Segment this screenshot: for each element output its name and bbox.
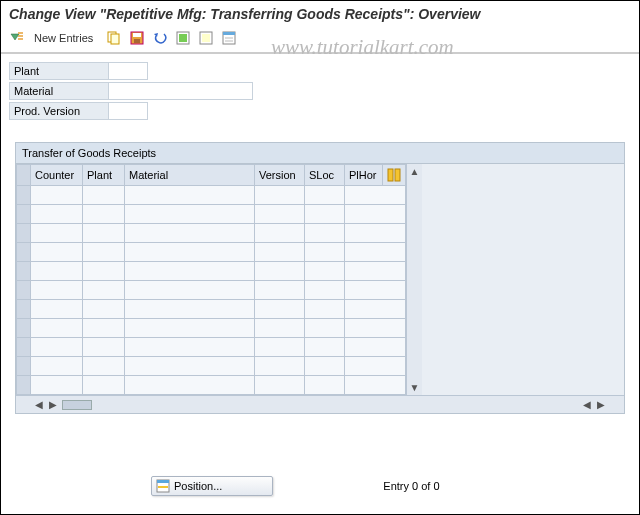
- configure-columns-icon[interactable]: [383, 165, 406, 186]
- cell-plhor[interactable]: [345, 338, 406, 357]
- cell-counter[interactable]: [31, 224, 83, 243]
- cell-version[interactable]: [255, 186, 305, 205]
- row-selector[interactable]: [17, 243, 31, 262]
- cell-material[interactable]: [125, 224, 255, 243]
- table-row[interactable]: [17, 262, 406, 281]
- scroll-thumb[interactable]: [62, 400, 92, 410]
- cell-material[interactable]: [125, 243, 255, 262]
- cell-version[interactable]: [255, 262, 305, 281]
- cell-plhor[interactable]: [345, 357, 406, 376]
- cell-sloc[interactable]: [305, 243, 345, 262]
- table-row[interactable]: [17, 186, 406, 205]
- cell-counter[interactable]: [31, 205, 83, 224]
- cell-plant[interactable]: [83, 186, 125, 205]
- cell-plhor[interactable]: [345, 319, 406, 338]
- scroll-right-last-icon[interactable]: ▶: [594, 399, 608, 410]
- row-selector[interactable]: [17, 262, 31, 281]
- cell-material[interactable]: [125, 205, 255, 224]
- cell-version[interactable]: [255, 281, 305, 300]
- scroll-right-icon[interactable]: ◀: [580, 399, 594, 410]
- cell-material[interactable]: [125, 300, 255, 319]
- cell-plant[interactable]: [83, 376, 125, 395]
- col-material[interactable]: Material: [125, 165, 255, 186]
- cell-material[interactable]: [125, 186, 255, 205]
- horizontal-scrollbar[interactable]: ◀ ▶ ◀ ▶: [16, 395, 624, 413]
- row-selector[interactable]: [17, 319, 31, 338]
- cell-plhor[interactable]: [345, 186, 406, 205]
- table-row[interactable]: [17, 357, 406, 376]
- cell-sloc[interactable]: [305, 300, 345, 319]
- material-input[interactable]: [108, 82, 253, 100]
- cell-material[interactable]: [125, 376, 255, 395]
- cell-sloc[interactable]: [305, 338, 345, 357]
- row-selector[interactable]: [17, 376, 31, 395]
- cell-counter[interactable]: [31, 186, 83, 205]
- prodver-input[interactable]: [108, 102, 148, 120]
- cell-plant[interactable]: [83, 300, 125, 319]
- cell-plant[interactable]: [83, 281, 125, 300]
- rowselect-header[interactable]: [17, 165, 31, 186]
- cell-plant[interactable]: [83, 243, 125, 262]
- cell-plant[interactable]: [83, 357, 125, 376]
- row-selector[interactable]: [17, 338, 31, 357]
- cell-version[interactable]: [255, 300, 305, 319]
- new-entries-button[interactable]: New Entries: [30, 32, 101, 44]
- cell-plhor[interactable]: [345, 205, 406, 224]
- col-counter[interactable]: Counter: [31, 165, 83, 186]
- row-selector[interactable]: [17, 205, 31, 224]
- cell-version[interactable]: [255, 224, 305, 243]
- cell-sloc[interactable]: [305, 186, 345, 205]
- cell-material[interactable]: [125, 281, 255, 300]
- cell-counter[interactable]: [31, 262, 83, 281]
- cell-counter[interactable]: [31, 319, 83, 338]
- position-button[interactable]: Position...: [151, 476, 273, 496]
- col-plhor[interactable]: PlHor: [345, 165, 383, 186]
- select-all-icon[interactable]: [173, 28, 193, 48]
- table-row[interactable]: [17, 376, 406, 395]
- copy-icon[interactable]: [104, 28, 124, 48]
- table-settings-icon[interactable]: [219, 28, 239, 48]
- cell-counter[interactable]: [31, 338, 83, 357]
- table-row[interactable]: [17, 281, 406, 300]
- cell-plant[interactable]: [83, 224, 125, 243]
- scroll-left-icon[interactable]: ▶: [46, 399, 60, 410]
- undo-icon[interactable]: [150, 28, 170, 48]
- cell-plhor[interactable]: [345, 243, 406, 262]
- col-plant[interactable]: Plant: [83, 165, 125, 186]
- col-version[interactable]: Version: [255, 165, 305, 186]
- toggle-icon[interactable]: [7, 28, 27, 48]
- cell-plant[interactable]: [83, 319, 125, 338]
- row-selector[interactable]: [17, 281, 31, 300]
- cell-plant[interactable]: [83, 205, 125, 224]
- data-grid[interactable]: Counter Plant Material Version SLoc PlHo…: [16, 164, 406, 395]
- cell-version[interactable]: [255, 376, 305, 395]
- cell-version[interactable]: [255, 319, 305, 338]
- plant-input[interactable]: [108, 62, 148, 80]
- cell-version[interactable]: [255, 357, 305, 376]
- scroll-down-icon[interactable]: ▼: [408, 382, 422, 393]
- cell-counter[interactable]: [31, 243, 83, 262]
- row-selector[interactable]: [17, 186, 31, 205]
- cell-version[interactable]: [255, 338, 305, 357]
- cell-sloc[interactable]: [305, 281, 345, 300]
- table-row[interactable]: [17, 319, 406, 338]
- table-row[interactable]: [17, 338, 406, 357]
- cell-sloc[interactable]: [305, 376, 345, 395]
- cell-material[interactable]: [125, 338, 255, 357]
- cell-material[interactable]: [125, 262, 255, 281]
- cell-version[interactable]: [255, 205, 305, 224]
- cell-plhor[interactable]: [345, 224, 406, 243]
- save-icon[interactable]: [127, 28, 147, 48]
- table-row[interactable]: [17, 243, 406, 262]
- cell-counter[interactable]: [31, 376, 83, 395]
- cell-sloc[interactable]: [305, 224, 345, 243]
- table-row[interactable]: [17, 205, 406, 224]
- cell-plhor[interactable]: [345, 262, 406, 281]
- cell-sloc[interactable]: [305, 262, 345, 281]
- cell-counter[interactable]: [31, 357, 83, 376]
- table-row[interactable]: [17, 300, 406, 319]
- cell-sloc[interactable]: [305, 205, 345, 224]
- row-selector[interactable]: [17, 357, 31, 376]
- row-selector[interactable]: [17, 224, 31, 243]
- cell-material[interactable]: [125, 319, 255, 338]
